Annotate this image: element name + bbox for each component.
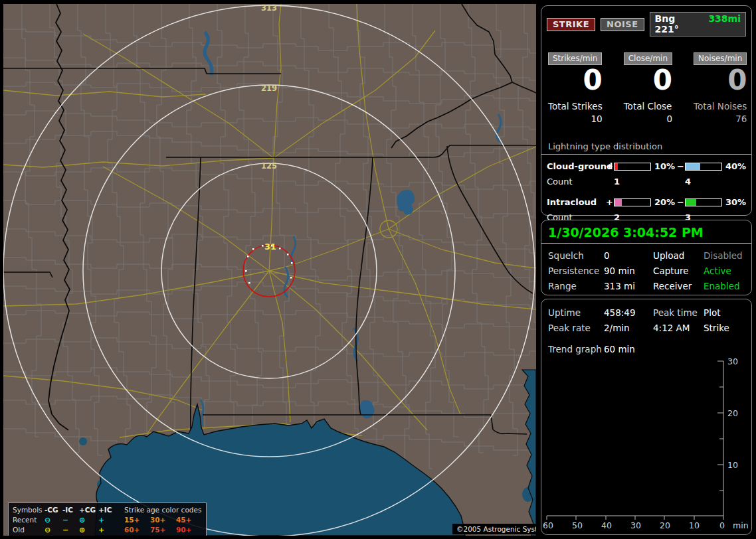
distribution-title: Lightning type distribution [541, 141, 751, 155]
plus-sign: + [605, 161, 614, 171]
ring-label-31: 31 [264, 242, 276, 252]
noises-per-min-value: 0 [694, 66, 747, 94]
ring-label-219: 219 [261, 84, 277, 93]
legend-row-old: Old [13, 525, 45, 535]
total-close-label: Total Close [624, 101, 672, 112]
x-tick-0: 0 [719, 520, 725, 530]
legend-symbols-header: Symbols [13, 505, 45, 515]
minus-sign: − [676, 197, 685, 207]
recent-neg-cg-icon: ⊖ [45, 515, 62, 525]
minus-sign: − [676, 161, 685, 171]
cg-negative-pct: 40% [722, 161, 745, 171]
strike-legend: Symbols -CG -IC +CG +IC Strike age color… [8, 502, 207, 536]
old-pos-cg-icon: ⊕ [79, 525, 98, 535]
stats-panel: STRIKE NOISE Bng 221° 338mi Strikes/min … [541, 5, 752, 216]
app-window: 313 219 125 31 Symbols -CG -IC +CG +IC S… [0, 0, 756, 539]
legend-row-recent: Recent [13, 515, 45, 525]
lightning-distribution: Lightning type distribution Cloud-ground… [541, 141, 751, 222]
upload-status: Disabled [704, 250, 745, 261]
legend-col-neg-ic: -IC [62, 505, 79, 515]
recent-neg-ic-icon: − [62, 515, 79, 525]
strike-toggle-button[interactable]: STRIKE [547, 18, 595, 31]
plus-sign: + [605, 197, 614, 207]
bearing-distance: 338mi [708, 13, 741, 35]
x-tick-20: 20 [660, 520, 670, 530]
cloud-ground-row: Cloud-ground + 10% − 40% [541, 161, 751, 171]
squelch-value: 0 [604, 250, 653, 261]
age-15: 15+ [124, 515, 150, 525]
recent-pos-ic-icon: + [98, 515, 116, 525]
cg-positive-bar [614, 163, 651, 171]
close-per-min-value: 0 [624, 66, 672, 94]
plot-mode-value: Strike [704, 323, 745, 333]
trend-graph-value: 60 min [604, 344, 745, 354]
x-tick-10: 10 [689, 520, 700, 530]
info-panel: Uptime 458:49 Peak time Plot Peak rate 2… [541, 299, 752, 535]
trend-graph-label: Trend graph [548, 344, 604, 354]
total-close-value: 0 [624, 114, 672, 124]
y-tick-30: 30 [727, 356, 738, 366]
cloud-ground-count-row: Count 1 4 [541, 177, 751, 187]
ic-negative-pct: 30% [722, 197, 745, 207]
legend-age-header: Strike age color codes [124, 505, 202, 515]
x-tick-60: 60 [543, 520, 553, 530]
ic-positive-pct: 20% [651, 197, 676, 207]
uptime-value: 458:49 [604, 307, 653, 318]
age-45: 45+ [176, 515, 202, 525]
capture-label: Capture [653, 266, 704, 276]
uptime-label: Uptime [548, 307, 604, 318]
legend-col-pos-ic: +IC [98, 505, 116, 515]
peak-rate-value: 2/min [604, 323, 653, 333]
bearing-value: Bng 221° [655, 13, 701, 35]
count-label: Count [547, 177, 605, 187]
x-tick-50: 50 [572, 520, 583, 530]
y-tick-20: 20 [727, 408, 738, 418]
age-30: 30+ [150, 515, 176, 525]
persistence-label: Persistence [548, 266, 604, 276]
noises-counter: Noises/min 0 Total Noises 76 [694, 52, 747, 124]
noise-toggle-button[interactable]: NOISE [601, 18, 644, 31]
cloud-ground-label: Cloud-ground [547, 161, 605, 171]
age-75: 75+ [150, 525, 176, 535]
map-canvas: 313 219 125 31 [3, 4, 536, 536]
old-neg-cg-icon: ⊖ [45, 525, 62, 535]
bearing-readout: Bng 221° 338mi [650, 12, 746, 37]
persistence-value: 90 min [604, 266, 653, 276]
x-tick-40: 40 [601, 520, 612, 530]
ring-label-125: 125 [261, 161, 277, 171]
x-tick-30: 30 [630, 520, 641, 530]
legend-col-neg-cg: -CG [45, 505, 62, 515]
cg-positive-count: 1 [614, 177, 651, 187]
peak-time-label: Peak time [653, 307, 704, 318]
intracloud-label: Intracloud [547, 197, 605, 207]
peak-rate-label: Peak rate [548, 323, 604, 333]
cg-negative-count: 4 [685, 177, 722, 187]
age-60: 60+ [124, 525, 150, 535]
cg-negative-bar [685, 163, 722, 171]
capture-status: Active [704, 266, 745, 276]
x-axis-unit: min [733, 520, 749, 530]
peak-time-value: 4:12 AM [653, 323, 704, 333]
radar-map: 313 219 125 31 Symbols -CG -IC +CG +IC S… [3, 4, 536, 536]
total-noises-label: Total Noises [694, 101, 747, 112]
old-neg-ic-icon: − [62, 525, 79, 535]
strikes-per-min-value: 0 [548, 66, 603, 94]
range-value: 313 mi [604, 281, 653, 291]
ic-negative-bar [685, 198, 722, 206]
intracloud-row: Intracloud + 20% − 30% [541, 197, 751, 207]
datetime-display: 1/30/2026 3:04:52 PM [541, 220, 751, 244]
total-noises-value: 76 [694, 114, 747, 124]
close-counter: Close/min 0 Total Close 0 [624, 52, 672, 124]
range-label: Range [548, 281, 604, 291]
strikes-counter: Strikes/min 0 Total Strikes 10 [548, 52, 603, 124]
total-strikes-label: Total Strikes [548, 101, 603, 112]
ring-label-313: 313 [261, 4, 277, 13]
old-pos-ic-icon: + [98, 525, 116, 535]
status-panel: 1/30/2026 3:04:52 PM Squelch 0 Upload Di… [541, 220, 752, 295]
age-90: 90+ [176, 525, 202, 535]
total-strikes-value: 10 [548, 114, 603, 124]
receiver-status: Enabled [704, 281, 745, 291]
upload-label: Upload [653, 250, 704, 261]
legend-col-pos-cg: +CG [79, 505, 98, 515]
y-tick-10: 10 [727, 460, 738, 470]
